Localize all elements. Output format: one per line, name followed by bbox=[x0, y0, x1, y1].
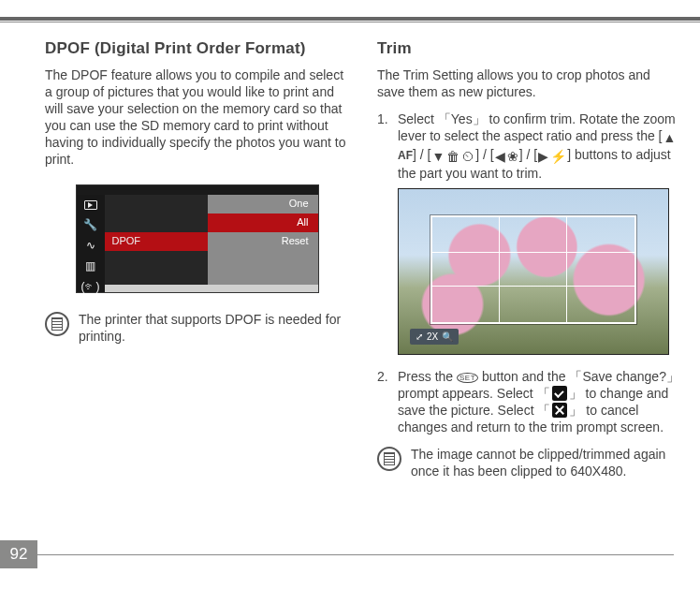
trim-step-1: 1. Select 「Yes」 to confirm trim. Rotate … bbox=[377, 110, 681, 355]
dpof-intro: The DPOF feature allows you to compile a… bbox=[45, 67, 349, 168]
crop-grid-line bbox=[432, 252, 634, 253]
menu-row-right: Reset bbox=[208, 232, 318, 251]
timer-icon: ⏲ bbox=[461, 148, 474, 165]
step1-text-c: ] / [ bbox=[475, 147, 493, 162]
footer-rule bbox=[37, 554, 674, 556]
menu-row-right: All bbox=[208, 214, 318, 232]
right-arrow-icon: ▶ bbox=[538, 148, 548, 165]
dpof-note: The printer that supports DPOF is needed… bbox=[45, 312, 349, 346]
menu-row-right bbox=[208, 251, 318, 285]
menu-row-dpof: DPOF Reset bbox=[105, 232, 318, 251]
dpof-menu-figure: 🔧 ∿ ▥ (ᯤ) One All DPOF bbox=[76, 184, 319, 293]
trim-note-text: The image cannot be clipped/trimmed agai… bbox=[411, 447, 681, 480]
menu-row-right: One bbox=[208, 195, 318, 214]
zoom-out-icon: ⤢ bbox=[416, 331, 423, 343]
trim-photo-figure: ⤢ 2X 🔍 bbox=[398, 188, 669, 355]
crop-grid-line bbox=[432, 286, 634, 287]
page-number: 92 bbox=[0, 540, 37, 568]
trim-intro: The Trim Setting allows you to crop phot… bbox=[377, 67, 681, 101]
down-arrow-icon: ▼ bbox=[431, 148, 445, 165]
step1-text-d: ] / [ bbox=[519, 147, 537, 162]
check-icon bbox=[552, 386, 567, 401]
note-icon bbox=[377, 447, 401, 471]
delete-icon: 🗑 bbox=[446, 148, 459, 165]
menu-row-left: DPOF bbox=[105, 232, 208, 251]
af-label: AF bbox=[398, 149, 413, 162]
menu-row-left bbox=[105, 251, 208, 285]
trim-note: The image cannot be clipped/trimmed agai… bbox=[377, 447, 681, 480]
content-columns: DPOF (Digital Print Order Format) The DP… bbox=[0, 0, 700, 480]
step1-text-b: ] / [ bbox=[413, 147, 430, 162]
step-number: 1. bbox=[377, 110, 388, 127]
note-icon bbox=[45, 312, 69, 336]
menu-topbar bbox=[77, 185, 318, 195]
up-arrow-icon: ▲ bbox=[664, 129, 677, 146]
step-number: 2. bbox=[377, 368, 388, 385]
menu-row-empty bbox=[105, 251, 318, 270]
menu-row-left bbox=[105, 195, 208, 214]
wifi-icon: (ᯤ) bbox=[81, 281, 100, 292]
flash-icon: ⚡ bbox=[550, 148, 566, 165]
dpof-heading: DPOF (Digital Print Order Format) bbox=[45, 39, 349, 58]
wave-icon: ∿ bbox=[86, 240, 95, 251]
trim-step-2: 2. Press the SET button and the 「Save ch… bbox=[377, 368, 681, 436]
menu-icon-strip: 🔧 ∿ ▥ (ᯤ) bbox=[77, 195, 105, 292]
top-rule bbox=[0, 17, 700, 21]
step2-text-a: Press the bbox=[398, 369, 457, 384]
cross-icon bbox=[552, 403, 567, 418]
playback-icon bbox=[84, 200, 97, 210]
trim-steps: 1. Select 「Yes」 to confirm trim. Rotate … bbox=[377, 110, 681, 436]
step1-text-a: Select 「Yes」 to confirm trim. Rotate the… bbox=[398, 111, 676, 143]
zoom-badge: ⤢ 2X 🔍 bbox=[410, 329, 459, 345]
right-column: Trim The Trim Setting allows you to crop… bbox=[377, 39, 681, 480]
menu-row-all: All bbox=[105, 214, 318, 232]
left-arrow-icon: ◀ bbox=[495, 148, 505, 165]
crop-box bbox=[430, 215, 636, 324]
magnifier-icon: 🔍 bbox=[442, 331, 453, 343]
left-column: DPOF (Digital Print Order Format) The DP… bbox=[45, 39, 349, 480]
menu-body: 🔧 ∿ ▥ (ᯤ) One All DPOF bbox=[77, 195, 318, 292]
zoom-level: 2X bbox=[427, 331, 438, 343]
cards-icon: ▥ bbox=[85, 260, 95, 272]
dpof-note-text: The printer that supports DPOF is needed… bbox=[79, 312, 349, 346]
menu-row-one: One bbox=[105, 195, 318, 214]
menu-rows: One All DPOF Reset bbox=[105, 195, 318, 292]
macro-icon: ❀ bbox=[507, 148, 518, 165]
set-button-icon: SET bbox=[457, 373, 478, 383]
menu-row-left bbox=[105, 214, 208, 232]
wrench-icon: 🔧 bbox=[83, 219, 97, 230]
trim-heading: Trim bbox=[377, 39, 681, 58]
